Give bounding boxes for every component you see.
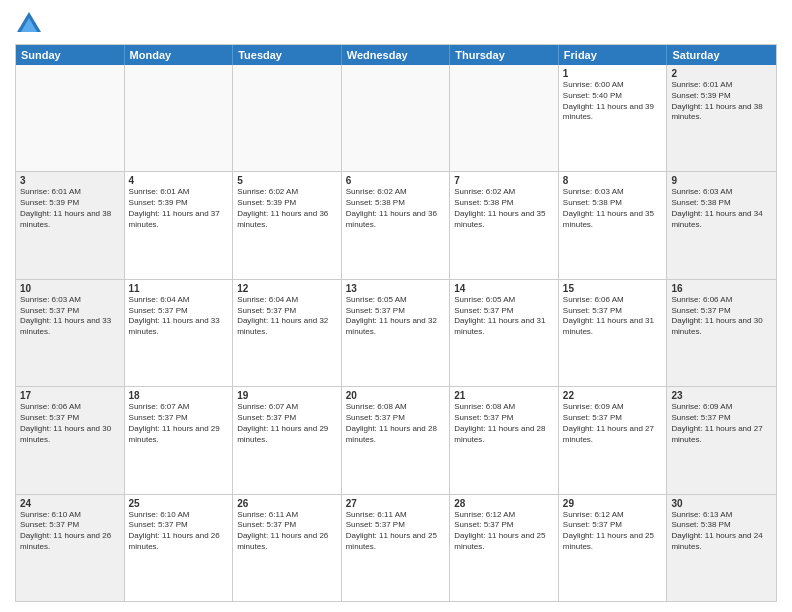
cell-info: Sunrise: 6:10 AMSunset: 5:37 PMDaylight:… <box>20 510 120 553</box>
calendar-cell: 25Sunrise: 6:10 AMSunset: 5:37 PMDayligh… <box>125 495 234 601</box>
day-number: 27 <box>346 498 446 509</box>
weekday-header: Sunday <box>16 45 125 65</box>
calendar-cell: 20Sunrise: 6:08 AMSunset: 5:37 PMDayligh… <box>342 387 451 493</box>
calendar-cell: 21Sunrise: 6:08 AMSunset: 5:37 PMDayligh… <box>450 387 559 493</box>
day-number: 10 <box>20 283 120 294</box>
day-number: 3 <box>20 175 120 186</box>
cell-info: Sunrise: 6:08 AMSunset: 5:37 PMDaylight:… <box>346 402 446 445</box>
calendar-cell: 7Sunrise: 6:02 AMSunset: 5:38 PMDaylight… <box>450 172 559 278</box>
calendar-row: 3Sunrise: 6:01 AMSunset: 5:39 PMDaylight… <box>16 172 776 279</box>
cell-info: Sunrise: 6:06 AMSunset: 5:37 PMDaylight:… <box>671 295 772 338</box>
calendar-cell: 18Sunrise: 6:07 AMSunset: 5:37 PMDayligh… <box>125 387 234 493</box>
calendar-cell: 29Sunrise: 6:12 AMSunset: 5:37 PMDayligh… <box>559 495 668 601</box>
cell-info: Sunrise: 6:12 AMSunset: 5:37 PMDaylight:… <box>563 510 663 553</box>
calendar-cell: 23Sunrise: 6:09 AMSunset: 5:37 PMDayligh… <box>667 387 776 493</box>
day-number: 29 <box>563 498 663 509</box>
day-number: 23 <box>671 390 772 401</box>
calendar-cell: 11Sunrise: 6:04 AMSunset: 5:37 PMDayligh… <box>125 280 234 386</box>
cell-info: Sunrise: 6:09 AMSunset: 5:37 PMDaylight:… <box>563 402 663 445</box>
day-number: 12 <box>237 283 337 294</box>
calendar-cell: 10Sunrise: 6:03 AMSunset: 5:37 PMDayligh… <box>16 280 125 386</box>
weekday-header: Friday <box>559 45 668 65</box>
cell-info: Sunrise: 6:07 AMSunset: 5:37 PMDaylight:… <box>129 402 229 445</box>
day-number: 8 <box>563 175 663 186</box>
calendar-cell: 5Sunrise: 6:02 AMSunset: 5:39 PMDaylight… <box>233 172 342 278</box>
calendar-cell <box>342 65 451 171</box>
day-number: 1 <box>563 68 663 79</box>
day-number: 14 <box>454 283 554 294</box>
calendar-cell: 3Sunrise: 6:01 AMSunset: 5:39 PMDaylight… <box>16 172 125 278</box>
day-number: 16 <box>671 283 772 294</box>
page-header <box>15 10 777 38</box>
cell-info: Sunrise: 6:11 AMSunset: 5:37 PMDaylight:… <box>346 510 446 553</box>
cell-info: Sunrise: 6:02 AMSunset: 5:38 PMDaylight:… <box>346 187 446 230</box>
calendar-header: SundayMondayTuesdayWednesdayThursdayFrid… <box>16 45 776 65</box>
calendar-row: 10Sunrise: 6:03 AMSunset: 5:37 PMDayligh… <box>16 280 776 387</box>
cell-info: Sunrise: 6:12 AMSunset: 5:37 PMDaylight:… <box>454 510 554 553</box>
cell-info: Sunrise: 6:03 AMSunset: 5:38 PMDaylight:… <box>563 187 663 230</box>
calendar-cell: 17Sunrise: 6:06 AMSunset: 5:37 PMDayligh… <box>16 387 125 493</box>
calendar-cell: 4Sunrise: 6:01 AMSunset: 5:39 PMDaylight… <box>125 172 234 278</box>
calendar-row: 1Sunrise: 6:00 AMSunset: 5:40 PMDaylight… <box>16 65 776 172</box>
cell-info: Sunrise: 6:03 AMSunset: 5:38 PMDaylight:… <box>671 187 772 230</box>
weekday-header: Tuesday <box>233 45 342 65</box>
day-number: 4 <box>129 175 229 186</box>
day-number: 5 <box>237 175 337 186</box>
cell-info: Sunrise: 6:00 AMSunset: 5:40 PMDaylight:… <box>563 80 663 123</box>
calendar-cell: 8Sunrise: 6:03 AMSunset: 5:38 PMDaylight… <box>559 172 668 278</box>
calendar-cell <box>125 65 234 171</box>
calendar-row: 24Sunrise: 6:10 AMSunset: 5:37 PMDayligh… <box>16 495 776 601</box>
calendar-cell: 27Sunrise: 6:11 AMSunset: 5:37 PMDayligh… <box>342 495 451 601</box>
day-number: 30 <box>671 498 772 509</box>
day-number: 25 <box>129 498 229 509</box>
day-number: 19 <box>237 390 337 401</box>
cell-info: Sunrise: 6:05 AMSunset: 5:37 PMDaylight:… <box>454 295 554 338</box>
cell-info: Sunrise: 6:02 AMSunset: 5:39 PMDaylight:… <box>237 187 337 230</box>
calendar-cell: 6Sunrise: 6:02 AMSunset: 5:38 PMDaylight… <box>342 172 451 278</box>
calendar-cell: 16Sunrise: 6:06 AMSunset: 5:37 PMDayligh… <box>667 280 776 386</box>
weekday-header: Wednesday <box>342 45 451 65</box>
cell-info: Sunrise: 6:06 AMSunset: 5:37 PMDaylight:… <box>20 402 120 445</box>
calendar-body: 1Sunrise: 6:00 AMSunset: 5:40 PMDaylight… <box>16 65 776 601</box>
calendar-cell: 1Sunrise: 6:00 AMSunset: 5:40 PMDaylight… <box>559 65 668 171</box>
cell-info: Sunrise: 6:09 AMSunset: 5:37 PMDaylight:… <box>671 402 772 445</box>
day-number: 6 <box>346 175 446 186</box>
calendar-cell: 24Sunrise: 6:10 AMSunset: 5:37 PMDayligh… <box>16 495 125 601</box>
calendar: SundayMondayTuesdayWednesdayThursdayFrid… <box>15 44 777 602</box>
calendar-cell <box>16 65 125 171</box>
calendar-cell: 9Sunrise: 6:03 AMSunset: 5:38 PMDaylight… <box>667 172 776 278</box>
day-number: 15 <box>563 283 663 294</box>
day-number: 13 <box>346 283 446 294</box>
calendar-cell: 28Sunrise: 6:12 AMSunset: 5:37 PMDayligh… <box>450 495 559 601</box>
cell-info: Sunrise: 6:11 AMSunset: 5:37 PMDaylight:… <box>237 510 337 553</box>
day-number: 21 <box>454 390 554 401</box>
calendar-cell: 19Sunrise: 6:07 AMSunset: 5:37 PMDayligh… <box>233 387 342 493</box>
day-number: 9 <box>671 175 772 186</box>
cell-info: Sunrise: 6:01 AMSunset: 5:39 PMDaylight:… <box>129 187 229 230</box>
cell-info: Sunrise: 6:08 AMSunset: 5:37 PMDaylight:… <box>454 402 554 445</box>
cell-info: Sunrise: 6:02 AMSunset: 5:38 PMDaylight:… <box>454 187 554 230</box>
day-number: 2 <box>671 68 772 79</box>
calendar-cell: 22Sunrise: 6:09 AMSunset: 5:37 PMDayligh… <box>559 387 668 493</box>
weekday-header: Saturday <box>667 45 776 65</box>
logo-icon <box>15 10 43 38</box>
calendar-cell: 12Sunrise: 6:04 AMSunset: 5:37 PMDayligh… <box>233 280 342 386</box>
logo <box>15 10 47 38</box>
cell-info: Sunrise: 6:01 AMSunset: 5:39 PMDaylight:… <box>20 187 120 230</box>
day-number: 28 <box>454 498 554 509</box>
day-number: 11 <box>129 283 229 294</box>
cell-info: Sunrise: 6:04 AMSunset: 5:37 PMDaylight:… <box>237 295 337 338</box>
day-number: 20 <box>346 390 446 401</box>
calendar-cell: 30Sunrise: 6:13 AMSunset: 5:38 PMDayligh… <box>667 495 776 601</box>
cell-info: Sunrise: 6:13 AMSunset: 5:38 PMDaylight:… <box>671 510 772 553</box>
calendar-cell: 15Sunrise: 6:06 AMSunset: 5:37 PMDayligh… <box>559 280 668 386</box>
calendar-cell: 2Sunrise: 6:01 AMSunset: 5:39 PMDaylight… <box>667 65 776 171</box>
cell-info: Sunrise: 6:05 AMSunset: 5:37 PMDaylight:… <box>346 295 446 338</box>
calendar-row: 17Sunrise: 6:06 AMSunset: 5:37 PMDayligh… <box>16 387 776 494</box>
cell-info: Sunrise: 6:06 AMSunset: 5:37 PMDaylight:… <box>563 295 663 338</box>
calendar-cell: 26Sunrise: 6:11 AMSunset: 5:37 PMDayligh… <box>233 495 342 601</box>
calendar-cell: 14Sunrise: 6:05 AMSunset: 5:37 PMDayligh… <box>450 280 559 386</box>
day-number: 17 <box>20 390 120 401</box>
calendar-cell: 13Sunrise: 6:05 AMSunset: 5:37 PMDayligh… <box>342 280 451 386</box>
cell-info: Sunrise: 6:04 AMSunset: 5:37 PMDaylight:… <box>129 295 229 338</box>
